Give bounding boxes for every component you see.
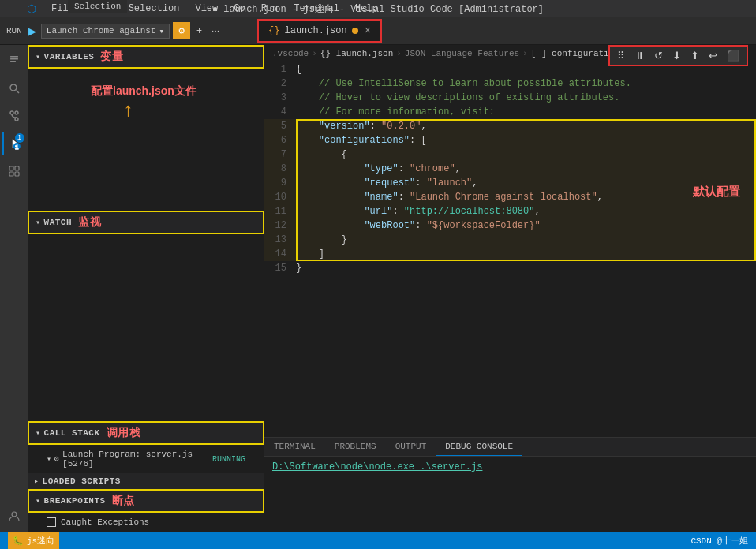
more-options-button[interactable]: ··· [208,24,223,38]
svg-rect-12 [9,172,13,176]
call-stack-content: ▾ ⚙ Launch Program: server.js [5276] RUN… [28,445,264,473]
breakpoints-label: BREAKPOINTS [44,496,106,506]
debug-output-link[interactable]: D:\Software\node\node.exe .\server.js [272,461,482,472]
code-line-13: 13 } [264,233,756,247]
line-num-5: 5 [264,119,296,133]
tab-modified-dot [352,28,358,34]
breadcrumb-sep-3: › [522,49,528,58]
svg-point-3 [10,84,17,91]
loaded-scripts-header[interactable]: ▸ LOADED SCRIPTS [28,473,264,489]
svg-text:1: 1 [15,144,18,151]
code-editor[interactable]: 1 { 2 // Use IntelliSense to learn about… [264,62,756,437]
code-lines: 1 { 2 // Use IntelliSense to learn about… [264,62,756,275]
debug-step-out-button[interactable]: ⬆ [687,48,703,63]
line-num-8: 8 [264,162,296,176]
code-line-6: 6 "configurations": [ [264,133,756,148]
svg-rect-13 [15,172,19,176]
breakpoints-header[interactable]: ▾ BREAKPOINTS 断点 [28,489,264,513]
breakpoints-content: Caught Exceptions [28,513,264,532]
panel-tab-problems[interactable]: PROBLEMS [325,438,386,456]
selection-tab-indicator: Selection [68,0,127,13]
activity-extensions[interactable] [2,159,26,183]
line-content-1: { [296,62,756,77]
line-content-15: } [296,261,756,275]
config-annotation-label: 配置launch.json文件 [91,84,196,99]
debug-step-into-button[interactable]: ⬇ [668,48,685,63]
call-stack-chevron-icon: ▾ [47,454,51,464]
launch-json-tab[interactable]: {} launch.json × [257,19,382,43]
debug-continue-button[interactable]: ⠿ [613,48,629,63]
watch-section: ▾ WATCH 监视 [28,211,264,329]
activity-debug[interactable]: 1 1 [2,132,26,155]
code-container: 1 { 2 // Use IntelliSense to learn about… [264,62,756,275]
loaded-scripts-chevron-icon: ▸ [34,476,39,486]
code-line-15: 15 } [264,261,756,275]
debug-restart-button[interactable]: ↩ [705,48,721,63]
svg-rect-2 [10,61,16,62]
svg-point-14 [12,512,17,517]
config-annotation-arrow: ↑ [122,100,133,121]
editor-tabs: {} launch.json × [257,19,382,43]
line-content-9: "request": "launch", [296,176,756,190]
call-stack-header[interactable]: ▾ CALL STACK 调用栈 [28,421,264,445]
tab-close-button[interactable]: × [365,24,371,37]
code-line-4: 4 // For more information, visit: [264,105,756,119]
window-title: ● launch.json - js迷向 - Visual Studio Cod… [212,2,544,16]
breadcrumb-sep-1: › [312,49,317,58]
call-stack-item[interactable]: ▾ ⚙ Launch Program: server.js [5276] RUN… [28,448,264,470]
debug-stop-button[interactable]: ⬛ [723,48,743,63]
panel-tab-debug-console[interactable]: DEBUG CONSOLE [436,438,522,456]
code-line-2: 2 // Use IntelliSense to learn about pos… [264,77,756,91]
debug-pause-button[interactable]: ⏸ [631,48,649,63]
default-config-annotation: 默认配置 [693,185,740,200]
code-line-7: 7 { [264,148,756,162]
svg-point-7 [15,111,18,114]
variables-header[interactable]: ▾ VARIABLES 变量 [28,45,264,69]
main-layout: RUN ▶ Launch Chrome against ▾ ⚙ + ··· {}… [0,17,756,549]
call-stack-chevron-icon: ▾ [36,428,41,438]
svg-rect-10 [9,166,13,170]
run-play-button[interactable]: ▶ [28,25,36,37]
code-line-3: 3 // Hover to view descriptions of exist… [264,91,756,105]
line-num-13: 13 [264,233,296,247]
panel-tab-output[interactable]: OUTPUT [386,438,436,456]
watch-chevron-icon: ▾ [36,218,41,227]
breakpoints-chevron-icon: ▾ [36,496,41,506]
panel-content: D:\Software\node\node.exe .\server.js [264,457,756,532]
breakpoint-checkbox[interactable] [47,517,56,527]
activity-explorer[interactable] [2,49,26,73]
watch-header[interactable]: ▾ WATCH 监视 [28,211,264,234]
watch-label: WATCH [44,218,73,227]
line-num-4: 4 [264,105,296,119]
activity-source-control[interactable] [2,104,26,128]
status-debug: 🐛 js迷向 [8,532,59,549]
menu-selection[interactable]: Selection [125,2,184,16]
breakpoints-cn-label: 断点 [112,494,135,508]
line-content-3: // Hover to view descriptions of existin… [296,91,756,105]
variables-label: VARIABLES [44,52,95,62]
debug-step-over-button[interactable]: ↺ [650,48,667,63]
line-content-6: "configurations": [ [296,133,756,148]
debug-icon: 🐛 [13,536,24,546]
line-content-2: // Use IntelliSense to learn about possi… [296,77,756,91]
code-line-14: 14 ] [264,247,756,261]
line-num-14: 14 [264,247,296,261]
add-config-button[interactable]: + [193,24,205,38]
gear-settings-button[interactable]: ⚙ [173,22,190,39]
panel-tab-terminal[interactable]: TERMINAL [264,438,325,456]
status-right-text: CSDN @十一姐 [691,535,748,547]
activity-search[interactable] [2,77,26,100]
call-stack-item-icon: ⚙ [54,454,59,464]
status-right: CSDN @十一姐 [691,535,748,547]
status-left: 🐛 js迷向 [8,532,59,549]
launch-config-dropdown[interactable]: Launch Chrome against ▾ [41,24,170,39]
activity-account[interactable] [2,504,26,528]
line-num-3: 3 [264,91,296,105]
breakpoint-caught-exceptions[interactable]: Caught Exceptions [47,516,245,528]
sidebar-spacer [28,329,264,421]
watch-content [28,234,264,329]
call-stack-item-label: Launch Program: server.js [5276] [62,450,209,469]
breadcrumb-language-features: JSON Language Features [405,49,519,58]
variables-content: 配置launch.json文件 ↑ [28,69,264,211]
line-content-13: } [296,233,756,247]
